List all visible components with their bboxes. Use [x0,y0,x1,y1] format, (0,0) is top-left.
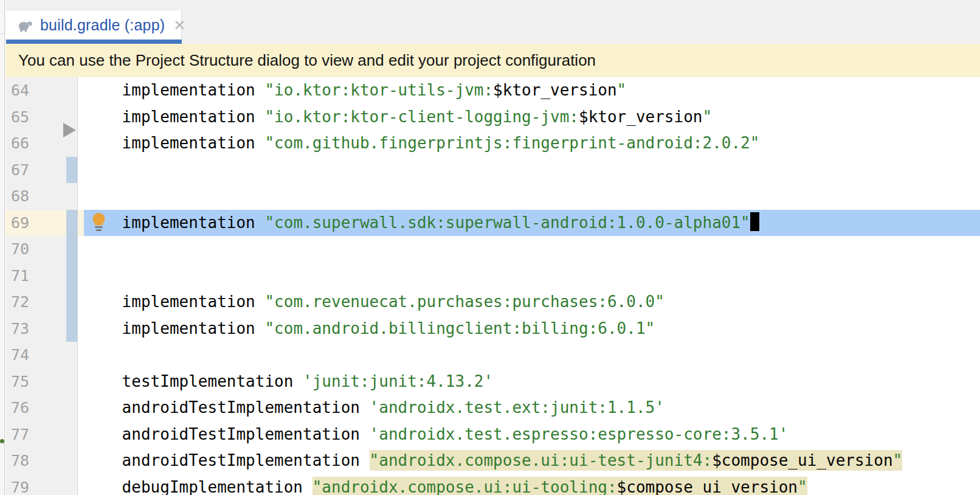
line-number[interactable]: 73 [11,320,29,338]
line-number[interactable]: 70 [11,240,29,258]
string-token: " [702,108,712,126]
lightbulb-icon[interactable] [91,213,107,233]
gutter-cell[interactable]: 77 [5,421,78,448]
vcs-change-bar [66,289,77,316]
gutter-cell[interactable]: 73 [5,316,78,342]
code-tokens: implementation "com.github.fingerprintjs… [84,134,759,152]
code-tokens: debugImplementation "androidx.compose.ui… [84,478,807,495]
ide-window: build.gradle (:app) ✕ You can use the Pr… [0,0,980,495]
code-tokens: implementation "io.ktor:ktor-utils-jvm:$… [84,81,626,99]
line-number[interactable]: 79 [11,479,29,495]
code-line[interactable]: 72 implementation "com.revenuecat.purcha… [5,289,980,316]
code-line[interactable]: 66 implementation "com.github.fingerprin… [5,130,980,157]
line-number[interactable]: 75 [11,373,29,390]
gutter-triangle-icon[interactable] [63,123,76,137]
line-number[interactable]: 72 [11,293,29,311]
gutter-cell[interactable]: 71 [5,263,78,289]
code-editor[interactable]: 64 implementation "io.ktor:ktor-utils-jv… [5,77,980,495]
string-token: 'junit:junit:4.13.2' [303,372,493,390]
string-token: " [617,81,627,99]
code-line[interactable]: 69 implementation "com.superwall.sdk:sup… [5,210,980,237]
code-tokens: implementation "com.revenuecat.purchases… [84,292,664,311]
code-content[interactable] [78,263,980,289]
code-token: implementation [84,319,264,338]
tab-build-gradle-app[interactable]: build.gradle (:app) ✕ [6,11,182,40]
code-line[interactable]: 71 [5,263,980,289]
gutter-cell[interactable]: 75 [5,369,78,395]
gutter-cell[interactable]: 67 [5,157,78,184]
code-line[interactable]: 75 testImplementation 'junit:junit:4.13.… [5,369,980,395]
gutter-cell[interactable]: 64 [5,77,78,104]
code-line[interactable]: 68 [5,183,980,210]
code-token: implementation [84,108,264,126]
code-token: $ktor_version [493,81,617,99]
code-token: debugImplementation [84,478,312,495]
line-number[interactable]: 78 [11,452,29,469]
code-content[interactable]: androidTestImplementation "androidx.comp… [78,448,980,474]
code-line[interactable]: 67 [5,157,980,184]
code-line[interactable]: 64 implementation "io.ktor:ktor-utils-jv… [5,77,980,104]
code-content[interactable] [78,157,980,184]
code-content[interactable]: androidTestImplementation 'androidx.test… [78,421,980,448]
code-content[interactable] [78,342,980,369]
gutter-cell[interactable]: 76 [5,395,78,421]
code-token: $compose_ui_version [712,451,892,469]
gutter-cell[interactable]: 74 [5,342,78,369]
line-number[interactable]: 65 [11,108,29,126]
gutter-cell[interactable]: 69 [5,210,78,237]
notification-banner: You can use the Project Structure dialog… [5,44,980,77]
code-line[interactable]: 70 [5,236,980,263]
gutter-cell[interactable]: 78 [5,448,78,474]
code-content[interactable]: implementation "com.revenuecat.purchases… [78,289,980,316]
project-panel-splitter[interactable] [0,0,5,495]
string-token: "com.github.fingerprintjs:fingerprint-an… [264,134,759,152]
code-line[interactable]: 65 implementation "io.ktor:ktor-client-l… [5,104,980,131]
code-content[interactable]: implementation "com.superwall.sdk:superw… [78,210,980,237]
string-token: "com.superwall.sdk:superwall-android:1.0… [264,213,750,232]
code-tokens: androidTestImplementation 'androidx.test… [84,425,788,443]
code-line[interactable]: 76 androidTestImplementation 'androidx.t… [5,395,980,421]
editor-pane: build.gradle (:app) ✕ You can use the Pr… [5,0,980,495]
gutter-cell[interactable]: 66 [5,130,78,157]
gutter-cell[interactable]: 72 [5,289,78,316]
line-number[interactable]: 77 [11,426,29,443]
line-number[interactable]: 67 [11,161,29,179]
code-line[interactable]: 78 androidTestImplementation "androidx.c… [5,448,980,474]
code-content[interactable]: implementation "com.github.fingerprintjs… [78,130,980,157]
line-number[interactable]: 66 [11,134,29,152]
code-token: implementation [84,213,264,232]
gutter-cell[interactable]: 70 [5,236,78,263]
line-number[interactable]: 76 [11,399,29,417]
code-line[interactable]: 79 debugImplementation "androidx.compose… [5,474,980,495]
code-content[interactable]: androidTestImplementation 'androidx.test… [78,395,980,421]
code-line[interactable]: 74 [5,342,980,369]
line-number[interactable]: 71 [11,267,29,285]
code-content[interactable]: implementation "io.ktor:ktor-utils-jvm:$… [78,77,980,104]
string-token: "androidx.compose.ui:ui-tooling: [312,478,617,495]
code-token: androidTestImplementation [84,451,370,469]
string-token: 'androidx.test.ext:junit:1.1.5' [370,398,664,417]
line-number[interactable]: 69 [11,214,29,232]
gutter-cell[interactable]: 79 [5,474,78,495]
banner-text: You can use the Project Structure dialog… [18,51,596,70]
code-line[interactable]: 77 androidTestImplementation 'androidx.t… [5,421,980,448]
code-content[interactable]: implementation "io.ktor:ktor-client-logg… [78,104,980,131]
code-content[interactable]: testImplementation 'junit:junit:4.13.2' [78,369,980,395]
gutter-cell[interactable]: 68 [5,183,78,210]
vcs-change-bar [66,210,77,237]
code-content[interactable]: implementation "com.android.billingclien… [78,316,980,342]
line-number[interactable]: 64 [11,81,29,99]
vcs-change-bar [66,236,77,263]
code-line[interactable]: 73 implementation "com.android.billingcl… [5,316,980,342]
code-token: androidTestImplementation [84,425,370,443]
close-icon[interactable]: ✕ [173,18,185,33]
code-token: implementation [84,292,264,311]
line-number[interactable]: 74 [11,346,29,364]
code-content[interactable]: debugImplementation "androidx.compose.ui… [78,474,980,495]
code-content[interactable] [78,236,980,263]
code-token: testImplementation [84,372,303,390]
gradle-elephant-icon [17,17,33,33]
string-token: "io.ktor:ktor-client-logging-jvm: [264,108,579,126]
line-number[interactable]: 68 [11,187,29,205]
code-content[interactable] [78,183,980,210]
